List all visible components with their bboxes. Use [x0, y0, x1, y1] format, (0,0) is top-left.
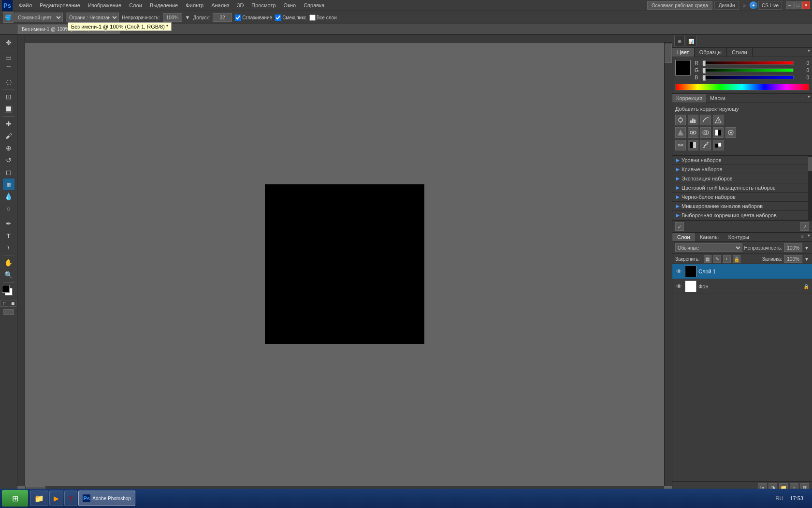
tab-masks[interactable]: Маски — [706, 94, 729, 103]
layers-panel-collapse[interactable]: ▾ — [806, 233, 812, 241]
menu-3d[interactable]: 3D — [233, 1, 247, 9]
eraser-tool[interactable]: ◻ — [3, 166, 14, 178]
g-slider[interactable] — [702, 68, 794, 72]
media-btn[interactable]: ▶ — [49, 491, 63, 506]
fg-color-large[interactable] — [675, 60, 691, 75]
clone-tool[interactable]: ⊕ — [3, 142, 14, 154]
all-layers-checkbox[interactable] — [309, 15, 316, 21]
opacity-input[interactable] — [163, 13, 182, 22]
dodge-tool[interactable]: ○ — [3, 203, 14, 214]
adj-item[interactable]: ▶Выборочная коррекция цвета наборов — [672, 211, 812, 220]
blend-mode-select[interactable]: Обычные — [675, 243, 742, 252]
type-tool[interactable]: T — [3, 230, 14, 241]
menu-view[interactable]: Просмотр — [248, 1, 279, 9]
channel-mixer-icon[interactable] — [675, 140, 686, 150]
canvas-area[interactable] — [17, 35, 672, 493]
scrollbar-right[interactable] — [664, 43, 672, 486]
menu-filter[interactable]: Фильтр — [182, 1, 207, 9]
navigator-icon[interactable]: ⊕ — [674, 36, 685, 46]
explorer-btn[interactable]: 📁 — [30, 491, 48, 506]
opacity-arrow[interactable]: ▼ — [185, 15, 190, 20]
scroll-thumb-v[interactable] — [665, 44, 672, 63]
tool-icon[interactable]: 🪣 — [3, 12, 14, 23]
zoom-tool[interactable]: 🔍 — [3, 269, 14, 281]
hsl-icon[interactable] — [688, 127, 698, 138]
corr-panel-collapse[interactable]: ▾ — [806, 94, 812, 103]
corr-panel-options[interactable]: ≡ — [799, 94, 806, 103]
color-balance-icon[interactable] — [700, 127, 711, 138]
smooth-checkbox[interactable] — [235, 15, 241, 21]
close-btn[interactable]: ✕ — [802, 1, 810, 9]
workspace-design-btn[interactable]: Дизайн — [714, 1, 740, 10]
menu-window[interactable]: Окно — [280, 1, 300, 9]
tab-correction[interactable]: Коррекция — [672, 94, 706, 103]
r-slider[interactable] — [702, 61, 794, 65]
healing-tool[interactable]: ✚ — [3, 118, 14, 130]
normal-mode-btn[interactable]: ◻ — [0, 300, 8, 307]
blur-tool[interactable]: 💧 — [3, 191, 14, 202]
adj-scroll-thumb[interactable] — [808, 157, 812, 171]
tab-paths[interactable]: Контуры — [724, 233, 754, 241]
menu-file[interactable]: Файл — [15, 1, 35, 9]
bw-icon[interactable] — [713, 127, 724, 138]
sample-checkbox[interactable] — [275, 15, 281, 21]
corr-bottom-left[interactable]: ↙ — [675, 222, 684, 231]
color-panel-options[interactable]: ≡ — [799, 48, 806, 57]
menu-edit[interactable]: Редактирование — [36, 1, 84, 9]
start-button[interactable]: ⊞ — [2, 490, 28, 507]
tab-color[interactable]: Цвет — [672, 48, 695, 57]
rect-select-tool[interactable]: ▭ — [3, 52, 14, 63]
line-tool[interactable]: \ — [3, 242, 14, 254]
menu-analysis[interactable]: Анализ — [208, 1, 232, 9]
fill-tool[interactable]: ▦ — [3, 179, 14, 190]
history-brush-tool[interactable]: ↺ — [3, 154, 14, 166]
posterize-icon[interactable] — [700, 140, 711, 150]
tab-channels[interactable]: Каналы — [695, 233, 724, 241]
r-thumb[interactable] — [703, 60, 706, 66]
maximize-btn[interactable]: □ — [794, 1, 802, 9]
tab-styles[interactable]: Стили — [727, 48, 753, 57]
limit-select[interactable]: Ограни.: Несвязанные — [66, 13, 119, 22]
adj-item[interactable]: ▶Микширование каналов наборов — [672, 202, 812, 211]
crop-tool[interactable]: ⊡ — [3, 91, 14, 103]
mask-mode-btn[interactable]: ◼ — [9, 300, 16, 307]
menu-select[interactable]: Выделение — [146, 1, 181, 9]
lasso-tool[interactable]: ⌒ — [3, 64, 14, 75]
curves-icon[interactable] — [700, 115, 711, 125]
levels-icon[interactable] — [688, 115, 698, 125]
exposure-icon[interactable] — [713, 115, 724, 125]
workspace-main-btn[interactable]: Основная рабочая среда — [647, 1, 712, 10]
menu-image[interactable]: Изображение — [85, 1, 125, 9]
tab-layers[interactable]: Слои — [672, 233, 695, 241]
quick-select-tool[interactable]: ◌ — [3, 76, 14, 88]
opacity-input[interactable] — [784, 243, 802, 252]
corr-bottom-right[interactable]: ↗ — [800, 222, 809, 231]
layer-item-1[interactable]: 👁 Фон 🔒 — [672, 279, 812, 294]
minimize-btn[interactable]: ─ — [786, 1, 794, 9]
vibrance-icon[interactable] — [675, 127, 686, 138]
screen-mode-btn[interactable] — [3, 309, 14, 315]
lock-pos-btn[interactable]: ✎ — [713, 255, 721, 263]
fill-input[interactable] — [784, 255, 802, 263]
opacity-arrow[interactable]: ▼ — [804, 245, 809, 251]
photo-filter-icon[interactable] — [725, 127, 736, 138]
adj-item[interactable]: ▶Черно-белое наборов — [672, 193, 812, 202]
adj-item[interactable]: ▶Уровни наборов — [672, 156, 812, 165]
g-thumb[interactable] — [703, 68, 706, 74]
threshold-icon[interactable] — [713, 140, 724, 150]
layer-item-0[interactable]: 👁 Слой 1 — [672, 264, 812, 279]
adj-item[interactable]: ▶Цветовой тон/Насыщенность наборов — [672, 183, 812, 193]
b-thumb[interactable] — [703, 75, 706, 81]
layer-0-visibility[interactable]: 👁 — [675, 268, 683, 275]
cs-live-btn[interactable]: CS Live — [758, 1, 782, 10]
move-tool[interactable]: ✥ — [3, 37, 14, 48]
invert-icon[interactable] — [688, 140, 698, 150]
adj-scrollbar[interactable] — [808, 156, 812, 220]
menu-layers[interactable]: Слои — [126, 1, 145, 9]
tool-type-select[interactable]: Основной цвет — [14, 13, 63, 22]
photoshop-btn[interactable]: Ps Adobe Photoshop — [78, 491, 135, 506]
eyedropper-tool[interactable]: 🔲 — [3, 103, 14, 115]
pen-tool[interactable]: ✒ — [3, 218, 14, 229]
color-panel-collapse[interactable]: ▾ — [806, 48, 812, 57]
browser-btn[interactable]: Y — [64, 491, 77, 506]
